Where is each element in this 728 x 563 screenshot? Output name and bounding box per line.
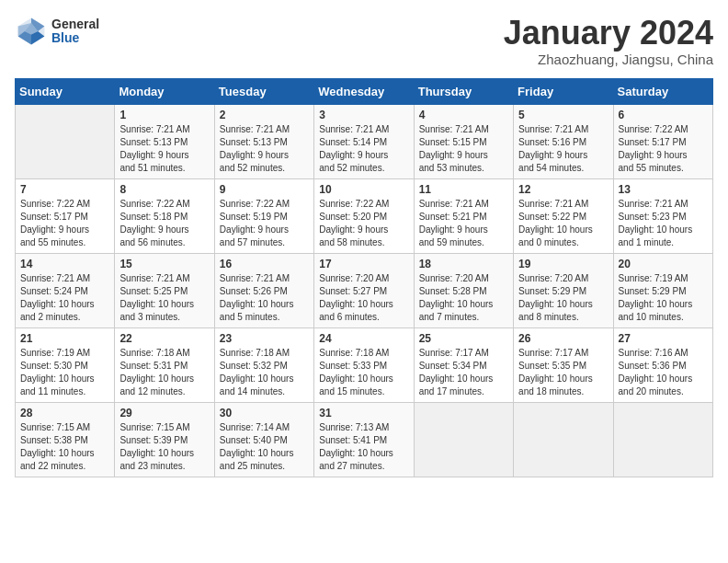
day-info: Sunrise: 7:21 AMSunset: 5:21 PMDaylight:… [419,198,508,249]
day-number: 31 [319,407,408,419]
day-number: 16 [220,258,309,270]
day-number: 13 [619,183,708,196]
calendar-cell: 2Sunrise: 7:21 AMSunset: 5:13 PMDaylight… [214,104,313,178]
calendar-cell: 23Sunrise: 7:18 AMSunset: 5:32 PMDayligh… [214,327,313,402]
day-number: 6 [619,109,708,121]
calendar-cell: 25Sunrise: 7:17 AMSunset: 5:34 PMDayligh… [414,327,513,402]
page-header: General Blue January 2024 Zhaozhuang, Ji… [15,15,713,67]
weekday-header-row: SundayMondayTuesdayWednesdayThursdayFrid… [16,78,713,104]
calendar-cell: 7Sunrise: 7:22 AMSunset: 5:17 PMDaylight… [16,178,115,253]
day-number: 21 [20,332,109,345]
day-info: Sunrise: 7:17 AMSunset: 5:34 PMDaylight:… [419,347,508,398]
day-number: 29 [119,407,209,419]
calendar-table: SundayMondayTuesdayWednesdayThursdayFrid… [15,78,713,477]
calendar-cell: 4Sunrise: 7:21 AMSunset: 5:15 PMDaylight… [414,104,513,178]
calendar-cell: 19Sunrise: 7:20 AMSunset: 5:29 PMDayligh… [514,253,613,327]
calendar-cell: 31Sunrise: 7:13 AMSunset: 5:41 PMDayligh… [314,402,414,477]
day-info: Sunrise: 7:14 AMSunset: 5:40 PMDaylight:… [220,421,309,473]
day-number: 1 [119,109,209,121]
calendar-cell: 8Sunrise: 7:22 AMSunset: 5:18 PMDaylight… [115,178,214,253]
day-info: Sunrise: 7:21 AMSunset: 5:24 PMDaylight:… [20,272,109,324]
day-number: 17 [319,258,408,270]
day-info: Sunrise: 7:13 AMSunset: 5:41 PMDaylight:… [319,421,408,473]
day-info: Sunrise: 7:19 AMSunset: 5:29 PMDaylight:… [619,272,708,324]
calendar-cell: 9Sunrise: 7:22 AMSunset: 5:19 PMDaylight… [214,178,313,253]
day-info: Sunrise: 7:15 AMSunset: 5:38 PMDaylight:… [20,421,109,473]
day-info: Sunrise: 7:22 AMSunset: 5:17 PMDaylight:… [619,123,708,175]
day-number: 27 [619,332,708,345]
location: Zhaozhuang, Jiangsu, China [504,52,713,67]
calendar-cell: 12Sunrise: 7:21 AMSunset: 5:22 PMDayligh… [514,178,613,253]
calendar-cell: 13Sunrise: 7:21 AMSunset: 5:23 PMDayligh… [613,178,712,253]
day-info: Sunrise: 7:16 AMSunset: 5:36 PMDaylight:… [619,347,708,398]
day-info: Sunrise: 7:21 AMSunset: 5:26 PMDaylight:… [220,272,309,324]
day-number: 11 [419,183,508,196]
day-number: 10 [319,183,408,196]
day-number: 24 [319,332,408,345]
day-number: 12 [518,183,608,196]
week-row-2: 7Sunrise: 7:22 AMSunset: 5:17 PMDaylight… [16,178,713,253]
day-info: Sunrise: 7:21 AMSunset: 5:16 PMDaylight:… [518,123,608,175]
day-info: Sunrise: 7:20 AMSunset: 5:29 PMDaylight:… [518,272,608,324]
calendar-cell: 27Sunrise: 7:16 AMSunset: 5:36 PMDayligh… [613,327,712,402]
week-row-5: 28Sunrise: 7:15 AMSunset: 5:38 PMDayligh… [16,402,713,477]
weekday-header-tuesday: Tuesday [214,78,313,104]
weekday-header-monday: Monday [115,78,214,104]
calendar-cell: 14Sunrise: 7:21 AMSunset: 5:24 PMDayligh… [16,253,115,327]
calendar-cell: 1Sunrise: 7:21 AMSunset: 5:13 PMDaylight… [115,104,214,178]
day-info: Sunrise: 7:17 AMSunset: 5:35 PMDaylight:… [518,347,608,398]
weekday-header-sunday: Sunday [16,78,115,104]
day-number: 26 [518,332,608,345]
logo-general: General [51,17,99,31]
week-row-4: 21Sunrise: 7:19 AMSunset: 5:30 PMDayligh… [16,327,713,402]
day-info: Sunrise: 7:15 AMSunset: 5:39 PMDaylight:… [119,421,209,473]
day-number: 19 [518,258,608,270]
day-info: Sunrise: 7:22 AMSunset: 5:20 PMDaylight:… [319,198,408,249]
day-number: 2 [220,109,309,121]
calendar-cell: 20Sunrise: 7:19 AMSunset: 5:29 PMDayligh… [613,253,712,327]
calendar-cell: 6Sunrise: 7:22 AMSunset: 5:17 PMDaylight… [613,104,712,178]
calendar-cell: 5Sunrise: 7:21 AMSunset: 5:16 PMDaylight… [514,104,613,178]
day-info: Sunrise: 7:18 AMSunset: 5:32 PMDaylight:… [220,347,309,398]
calendar-cell: 24Sunrise: 7:18 AMSunset: 5:33 PMDayligh… [314,327,414,402]
day-number: 18 [419,258,508,270]
day-info: Sunrise: 7:22 AMSunset: 5:17 PMDaylight:… [20,198,109,249]
week-row-1: 1Sunrise: 7:21 AMSunset: 5:13 PMDaylight… [16,104,713,178]
day-number: 22 [119,332,209,345]
week-row-3: 14Sunrise: 7:21 AMSunset: 5:24 PMDayligh… [16,253,713,327]
day-number: 25 [419,332,508,345]
day-info: Sunrise: 7:22 AMSunset: 5:18 PMDaylight:… [119,198,209,249]
day-info: Sunrise: 7:18 AMSunset: 5:33 PMDaylight:… [319,347,408,398]
day-number: 28 [20,407,109,419]
day-info: Sunrise: 7:21 AMSunset: 5:14 PMDaylight:… [319,123,408,175]
day-info: Sunrise: 7:18 AMSunset: 5:31 PMDaylight:… [119,347,209,398]
day-number: 15 [119,258,209,270]
day-info: Sunrise: 7:21 AMSunset: 5:23 PMDaylight:… [619,198,708,249]
day-number: 30 [220,407,309,419]
month-title: January 2024 [504,15,713,52]
day-number: 9 [220,183,309,196]
weekday-header-friday: Friday [514,78,613,104]
day-number: 23 [220,332,309,345]
calendar-cell: 15Sunrise: 7:21 AMSunset: 5:25 PMDayligh… [115,253,214,327]
day-info: Sunrise: 7:21 AMSunset: 5:13 PMDaylight:… [220,123,309,175]
calendar-cell: 28Sunrise: 7:15 AMSunset: 5:38 PMDayligh… [16,402,115,477]
day-info: Sunrise: 7:21 AMSunset: 5:15 PMDaylight:… [419,123,508,175]
day-number: 3 [319,109,408,121]
day-number: 14 [20,258,109,270]
logo-text: General Blue [51,17,99,46]
calendar-cell: 3Sunrise: 7:21 AMSunset: 5:14 PMDaylight… [314,104,414,178]
day-info: Sunrise: 7:20 AMSunset: 5:28 PMDaylight:… [419,272,508,324]
logo-blue: Blue [51,31,99,45]
calendar-cell: 22Sunrise: 7:18 AMSunset: 5:31 PMDayligh… [115,327,214,402]
calendar-cell: 16Sunrise: 7:21 AMSunset: 5:26 PMDayligh… [214,253,313,327]
calendar-cell: 11Sunrise: 7:21 AMSunset: 5:21 PMDayligh… [414,178,513,253]
calendar-cell: 30Sunrise: 7:14 AMSunset: 5:40 PMDayligh… [214,402,313,477]
calendar-cell: 10Sunrise: 7:22 AMSunset: 5:20 PMDayligh… [314,178,414,253]
weekday-header-thursday: Thursday [414,78,513,104]
day-number: 8 [119,183,209,196]
day-number: 7 [20,183,109,196]
day-info: Sunrise: 7:20 AMSunset: 5:27 PMDaylight:… [319,272,408,324]
day-info: Sunrise: 7:19 AMSunset: 5:30 PMDaylight:… [20,347,109,398]
calendar-cell: 21Sunrise: 7:19 AMSunset: 5:30 PMDayligh… [16,327,115,402]
